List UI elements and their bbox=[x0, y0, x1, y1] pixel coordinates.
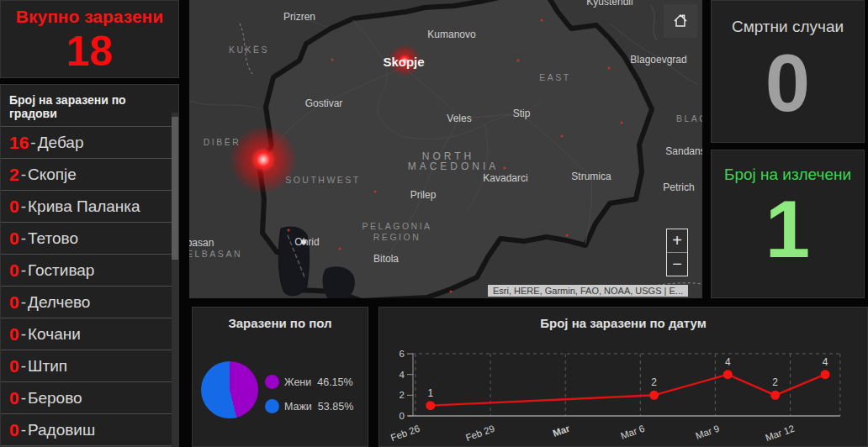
city-dash: - bbox=[21, 293, 26, 312]
case-dot bbox=[566, 234, 569, 237]
legend-swatch bbox=[265, 375, 279, 389]
legend-swatch bbox=[265, 399, 279, 413]
map-zoom-control: + − bbox=[666, 229, 688, 276]
zoom-out-button[interactable]: − bbox=[667, 252, 687, 276]
city-dash: - bbox=[30, 134, 35, 152]
deaths-value: 0 bbox=[712, 43, 864, 124]
city-count: 16 bbox=[9, 133, 29, 153]
legend-label: Мажи bbox=[284, 401, 312, 413]
city-list: 16 - Дебар2 - Скопје0 - Крива Паланка0 -… bbox=[1, 126, 178, 447]
svg-text:Mar: Mar bbox=[552, 423, 572, 438]
city-dash: - bbox=[21, 229, 26, 248]
outbreak-core bbox=[252, 149, 274, 171]
map-attribution: Esri, HERE, Garmin, FAO, NOAA, USGS | E.… bbox=[488, 285, 688, 297]
legend-percent: 53.85% bbox=[318, 401, 353, 413]
timeline-line-chart: 0246Feb 26Feb 29MarMar 6Mar 9Mar 1212424 bbox=[379, 308, 867, 447]
total-infected-panel: Вкупно заразени 18 bbox=[0, 0, 179, 78]
home-icon bbox=[672, 13, 689, 29]
case-dot bbox=[541, 19, 543, 22]
city-row[interactable]: 16 - Дебар bbox=[1, 126, 178, 158]
deaths-title: Смртни случаи bbox=[712, 18, 864, 36]
gender-pie-title: Заразени по пол bbox=[193, 316, 368, 330]
city-list-scrollbar-track[interactable] bbox=[172, 113, 178, 446]
cities-panel-title: Број на заразени по градови bbox=[1, 85, 178, 126]
city-dash: - bbox=[21, 261, 26, 280]
city-row[interactable]: 0 - Берово bbox=[1, 381, 178, 413]
map-panel: PrizrenKUKËSKumanovoSkopjeGostivarDIBËRV… bbox=[189, 0, 702, 298]
city-list-scrollbar-thumb[interactable] bbox=[172, 117, 178, 260]
svg-text:Feb 26: Feb 26 bbox=[389, 423, 421, 444]
timeline-panel: Број на заразени по датум 0246Feb 26Feb … bbox=[378, 307, 868, 447]
city-count: 0 bbox=[9, 356, 19, 376]
city-dash: - bbox=[21, 325, 26, 344]
city-count: 0 bbox=[9, 260, 19, 281]
recovered-title: Број на излечени bbox=[712, 166, 864, 184]
city-count: 0 bbox=[9, 420, 19, 440]
city-count: 0 bbox=[9, 197, 19, 217]
city-name: Дебар bbox=[38, 134, 84, 152]
recovered-panel: Број на излечени 1 bbox=[711, 150, 865, 298]
svg-text:1: 1 bbox=[427, 387, 433, 399]
city-name: Радовиш bbox=[28, 421, 95, 439]
city-count: 0 bbox=[9, 292, 19, 313]
svg-text:4: 4 bbox=[823, 356, 828, 368]
city-count: 2 bbox=[9, 165, 19, 185]
city-name: Делчево bbox=[28, 293, 90, 312]
svg-text:4: 4 bbox=[725, 356, 731, 368]
city-name: Гостивар bbox=[28, 261, 94, 280]
svg-text:2: 2 bbox=[400, 390, 405, 400]
city-count: 0 bbox=[9, 229, 19, 249]
case-dot bbox=[561, 135, 564, 138]
case-dot bbox=[450, 291, 453, 293]
outbreak-core bbox=[400, 55, 410, 66]
svg-text:Mar 12: Mar 12 bbox=[764, 423, 796, 444]
svg-text:Mar 9: Mar 9 bbox=[694, 423, 721, 441]
case-dot bbox=[374, 191, 377, 193]
legend-row: Мажи53.85% bbox=[265, 399, 353, 413]
city-dash: - bbox=[21, 357, 26, 376]
gender-pie-legend: Жени46.15%Мажи53.85% bbox=[265, 375, 353, 423]
city-row[interactable]: 0 - Радовиш bbox=[1, 413, 178, 445]
city-name: Кочани bbox=[28, 325, 81, 344]
legend-label: Жени bbox=[284, 376, 311, 388]
zoom-in-button[interactable]: + bbox=[667, 229, 687, 252]
city-row[interactable]: 0 - Крива Паланка bbox=[1, 190, 178, 222]
svg-text:4: 4 bbox=[400, 370, 405, 380]
recovered-value: 1 bbox=[712, 189, 864, 270]
city-count: 0 bbox=[9, 388, 19, 408]
svg-text:0: 0 bbox=[400, 411, 405, 421]
case-dot bbox=[288, 229, 290, 232]
case-dot bbox=[339, 248, 341, 250]
case-dot bbox=[517, 60, 520, 62]
svg-text:2: 2 bbox=[651, 376, 657, 388]
city-dash: - bbox=[21, 166, 26, 184]
svg-text:Feb 29: Feb 29 bbox=[464, 423, 496, 444]
city-row[interactable]: 0 - Делчево bbox=[1, 286, 178, 318]
gender-pie-chart bbox=[201, 361, 258, 418]
city-row[interactable]: 0 - Тетово bbox=[1, 222, 178, 254]
dashboard: Вкупно заразени 18 Број на заразени по г… bbox=[0, 0, 868, 447]
city-row[interactable]: 0 - Кочани bbox=[1, 318, 178, 350]
svg-text:6: 6 bbox=[400, 349, 405, 359]
city-marker bbox=[301, 239, 306, 245]
city-name: Скопје bbox=[28, 166, 77, 184]
total-infected-title: Вкупно заразени bbox=[1, 7, 178, 27]
deaths-panel: Смртни случаи 0 bbox=[711, 0, 865, 143]
case-dot bbox=[504, 167, 506, 170]
city-name: Тетово bbox=[28, 229, 78, 248]
city-dash: - bbox=[21, 197, 26, 216]
legend-percent: 46.15% bbox=[317, 376, 352, 388]
map-surface[interactable]: PrizrenKUKËSKumanovoSkopjeGostivarDIBËRV… bbox=[189, 0, 702, 298]
svg-text:2: 2 bbox=[772, 376, 778, 388]
city-name: Берово bbox=[28, 389, 82, 408]
city-row[interactable]: 2 - Скопје bbox=[1, 158, 178, 190]
city-name: Крива Паланка bbox=[28, 197, 140, 216]
cities-panel: Број на заразени по градови 16 - Дебар2 … bbox=[0, 84, 179, 447]
city-row[interactable]: 0 - Гостивар bbox=[1, 254, 178, 286]
total-infected-value: 18 bbox=[1, 30, 178, 72]
svg-text:Mar 6: Mar 6 bbox=[619, 423, 646, 441]
city-dash: - bbox=[21, 389, 26, 408]
city-row[interactable]: 0 - Штип bbox=[1, 350, 178, 381]
home-button[interactable] bbox=[664, 4, 697, 38]
case-dot bbox=[621, 122, 623, 124]
